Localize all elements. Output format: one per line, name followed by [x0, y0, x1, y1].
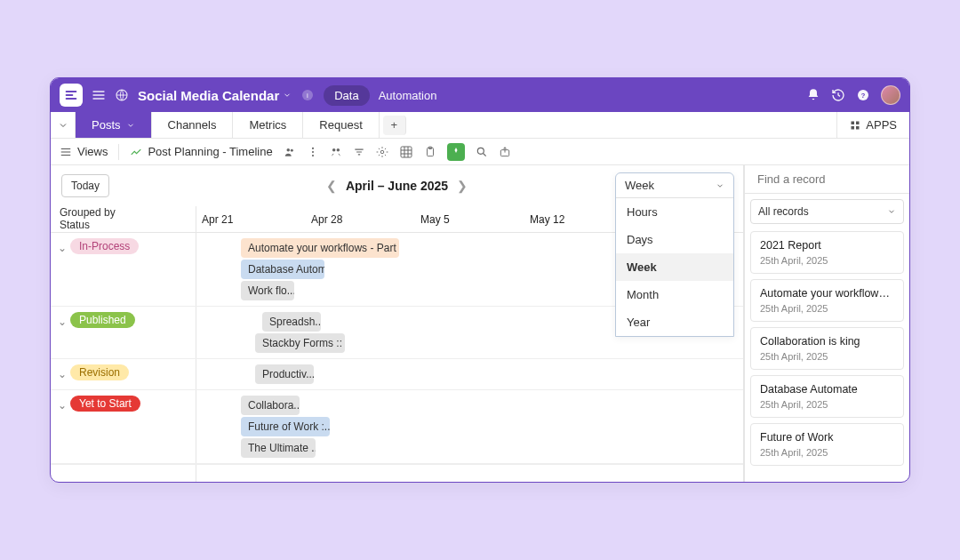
svg-point-12 — [312, 150, 314, 152]
tab-request[interactable]: Request — [303, 112, 379, 138]
record-card[interactable]: 2021 Report25th April, 2025 — [750, 231, 904, 274]
record-card[interactable]: Collaboration is king25th April, 2025 — [750, 327, 904, 370]
svg-rect-6 — [856, 121, 860, 124]
timeline-bar[interactable]: Work flo... — [241, 281, 294, 300]
group-label[interactable]: ⌄Published — [51, 307, 196, 358]
record-panel: ✕ All records 2021 Report25th April, 202… — [744, 165, 909, 482]
expand-tabs-button[interactable] — [51, 112, 76, 138]
add-tab-button[interactable]: + — [383, 116, 406, 135]
record-title: Future of Work — [760, 431, 894, 444]
record-title: Automate your workflows - Par... — [760, 287, 894, 300]
group-label[interactable]: ⌄Revision — [51, 359, 196, 389]
record-search[interactable]: ✕ — [745, 165, 909, 194]
svg-point-11 — [312, 147, 314, 148]
svg-rect-7 — [852, 126, 855, 130]
search-icon[interactable] — [476, 146, 488, 158]
share-icon[interactable] — [330, 146, 342, 158]
svg-text:?: ? — [861, 92, 866, 100]
group-label[interactable]: ⌄Yet to Start — [51, 390, 196, 463]
views-menu[interactable]: Views — [60, 145, 108, 158]
svg-point-13 — [312, 155, 314, 156]
record-card[interactable]: Future of Work25th April, 2025 — [750, 423, 904, 466]
zoom-option-month[interactable]: Month — [616, 281, 733, 308]
apps-button[interactable]: APPS — [836, 112, 909, 138]
timeline-bar[interactable]: The Ultimate ... — [241, 438, 316, 458]
app-logo[interactable] — [60, 84, 83, 107]
timeline-bar[interactable]: Future of Work :... — [241, 417, 330, 436]
record-date: 25th April, 2025 — [760, 351, 894, 362]
record-title: 2021 Report — [760, 239, 894, 252]
status-tag: In-Process — [70, 238, 139, 254]
timeline-bar[interactable]: Productiv... — [255, 364, 314, 384]
timeline-bar[interactable]: Database Autom... — [241, 260, 324, 279]
tab-posts[interactable]: Posts — [76, 112, 152, 138]
help-icon[interactable]: ? — [856, 87, 872, 103]
timeline-bar[interactable]: Spreadsh... — [262, 312, 321, 332]
search-input[interactable] — [757, 172, 907, 186]
date-column: Apr 28 — [306, 206, 415, 232]
table-tabs: Posts Channels Metrics Request + APPS — [51, 112, 909, 139]
clipboard-icon[interactable] — [424, 146, 436, 158]
timeline-area: Today ❮ April – June 2025 ❯ Week HoursDa… — [51, 165, 744, 482]
zoom-option-year[interactable]: Year — [616, 308, 733, 336]
globe-icon[interactable] — [115, 88, 129, 102]
record-date: 25th April, 2025 — [760, 447, 894, 458]
next-range-button[interactable]: ❯ — [457, 179, 468, 193]
export-icon[interactable] — [499, 146, 511, 158]
current-view[interactable]: Post Planning - Timeline — [130, 145, 272, 158]
svg-point-14 — [332, 148, 336, 151]
filter-icon[interactable] — [353, 146, 365, 158]
record-date: 25th April, 2025 — [760, 399, 894, 410]
status-tag: Yet to Start — [70, 396, 140, 412]
svg-point-9 — [286, 148, 290, 151]
record-date: 25th April, 2025 — [760, 303, 894, 314]
data-tab[interactable]: Data — [324, 85, 369, 106]
svg-rect-5 — [852, 121, 855, 124]
bars-container: Productiv... — [196, 359, 743, 389]
svg-point-10 — [291, 148, 293, 151]
zoom-option-hours[interactable]: Hours — [616, 198, 733, 226]
history-icon[interactable] — [831, 87, 847, 103]
record-filter[interactable]: All records — [750, 199, 904, 224]
automation-tab[interactable]: Automation — [379, 89, 437, 102]
svg-text:i: i — [307, 92, 308, 100]
today-button[interactable]: Today — [61, 174, 109, 197]
view-toolbar: Views Post Planning - Timeline — [51, 139, 909, 165]
prev-range-button[interactable]: ❮ — [326, 179, 337, 193]
menu-icon[interactable] — [92, 88, 106, 102]
timeline-bar[interactable]: Collabora... — [241, 396, 300, 415]
group-row: ⌄Yet to StartCollabora...Future of Work … — [51, 390, 743, 464]
color-icon[interactable] — [447, 143, 465, 161]
record-date: 25th April, 2025 — [760, 255, 894, 266]
group-row: ⌄RevisionProductiv... — [51, 359, 743, 390]
timeline-bar[interactable]: Stackby Forms :: ... — [255, 333, 345, 353]
timeline-bar[interactable]: Automate your workflows - Part 1 :... — [241, 238, 399, 258]
date-column: Apr 21 — [196, 206, 306, 232]
zoom-current[interactable]: Week — [616, 173, 733, 198]
bell-icon[interactable] — [806, 87, 822, 103]
status-tag: Published — [70, 312, 135, 328]
tab-metrics[interactable]: Metrics — [233, 112, 303, 138]
people-icon[interactable] — [284, 146, 296, 158]
zoom-select[interactable]: Week HoursDaysWeekMonthYear — [615, 172, 734, 337]
zoom-option-week[interactable]: Week — [616, 253, 733, 281]
workspace-title[interactable]: Social Media Calendar — [138, 88, 292, 103]
settings-icon[interactable] — [376, 146, 388, 158]
svg-point-16 — [380, 150, 384, 154]
avatar[interactable] — [881, 85, 900, 105]
tab-channels[interactable]: Channels — [152, 112, 234, 138]
bars-container: Collabora...Future of Work :...The Ultim… — [196, 390, 743, 463]
record-card[interactable]: Automate your workflows - Par...25th Apr… — [750, 279, 904, 322]
svg-point-15 — [336, 148, 340, 151]
more-icon[interactable] — [307, 146, 319, 158]
info-icon[interactable]: i — [300, 88, 315, 102]
record-card[interactable]: Database Automate25th April, 2025 — [750, 375, 904, 418]
zoom-option-days[interactable]: Days — [616, 226, 733, 253]
group-label[interactable]: ⌄In-Process — [51, 233, 196, 306]
grid-icon[interactable] — [399, 145, 413, 159]
header-bar: Social Media Calendar i Data Automation … — [51, 78, 909, 112]
app-window: Social Media Calendar i Data Automation … — [50, 77, 910, 483]
record-title: Database Automate — [760, 383, 894, 396]
svg-rect-17 — [401, 147, 412, 157]
timeline-top-bar: Today ❮ April – June 2025 ❯ Week HoursDa… — [51, 165, 743, 206]
